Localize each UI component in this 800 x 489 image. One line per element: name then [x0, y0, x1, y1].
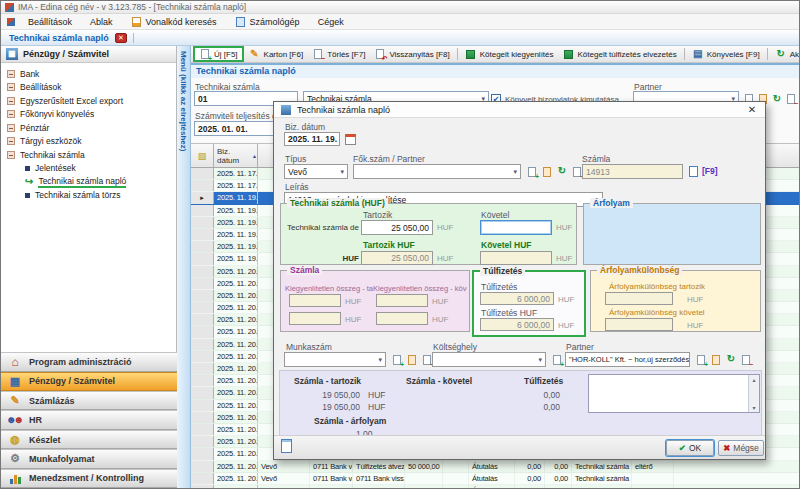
table-row[interactable]: 2025. 11. 20.Vevőeltérőeltérő sz. számla… — [191, 485, 799, 488]
row-selector[interactable] — [191, 302, 214, 313]
biz-datum-calendar-icon[interactable] — [344, 133, 356, 145]
toolbar-button-2[interactable]: −Törlés [F7] — [308, 47, 369, 62]
dialog-partner-select[interactable]: "HOR-KOLL" Kft. ~ hor,új szerződés — [565, 352, 690, 367]
row-selector[interactable] — [191, 387, 214, 398]
row-selector[interactable] — [191, 217, 214, 228]
munkaszam-add-icon[interactable]: + — [391, 354, 403, 366]
ok-button[interactable]: ✔ OK — [666, 440, 714, 456]
partner-delete-icon[interactable]: − — [785, 93, 797, 105]
menu-item-4[interactable]: Cégek — [309, 14, 353, 29]
dialog-partner-refresh-icon[interactable]: ↻ — [725, 353, 737, 365]
row-selector[interactable]: ▸ — [191, 192, 214, 203]
column-customize-icon[interactable]: ▧ — [191, 144, 214, 167]
munkaszam-select[interactable] — [284, 352, 386, 367]
row-selector[interactable] — [191, 168, 214, 179]
module-button-4[interactable]: ◍Készlet — [1, 430, 177, 449]
fokszam-partner-select[interactable] — [353, 164, 521, 179]
menu-item-2[interactable]: Vonalkód keresés — [122, 14, 226, 29]
module-button-1[interactable]: ▦Pénzügy / Számvitel — [1, 372, 177, 391]
menu-item-1[interactable]: Ablak — [81, 14, 122, 29]
cancel-button[interactable]: ✖ Mégse — [718, 440, 764, 456]
module-button-5[interactable]: ⚙Munkafolyamat — [1, 449, 177, 468]
table-row[interactable]: 2025. 11. 20.Vevő0711 Bank vissza te0711… — [191, 473, 799, 485]
row-selector[interactable] — [191, 436, 214, 447]
column-header-biz-datum[interactable]: Biz. dátum ▲ — [214, 144, 258, 167]
tree-item-1[interactable]: Beállítások — [1, 81, 176, 95]
szamla-doc-icon[interactable] — [687, 165, 699, 177]
row-selector[interactable] — [191, 314, 214, 325]
app-menu-icon[interactable] — [7, 18, 15, 26]
tab-technikai-szamla-naplo[interactable]: Technikai számla napló — [9, 33, 109, 43]
koltseghely-add-icon[interactable]: + — [551, 354, 563, 366]
row-selector[interactable] — [191, 241, 214, 252]
dialog-close-icon[interactable]: ✕ — [745, 104, 759, 115]
module-button-2[interactable]: ✎Számlázás — [1, 391, 177, 410]
row-selector[interactable] — [191, 351, 214, 362]
tree-item-4[interactable]: Pénztár — [1, 121, 176, 135]
toolbar-button-4[interactable]: Kötegelt kiegyenlítés — [461, 47, 558, 62]
row-selector[interactable] — [191, 180, 214, 191]
tree-item-3[interactable]: Főkönyvi könyvelés — [1, 108, 176, 122]
tree-item-0[interactable]: Bank — [1, 67, 176, 81]
row-selector[interactable] — [191, 266, 214, 277]
tree-item-2[interactable]: Egyszerűsített Excel export — [1, 94, 176, 108]
partner-refresh-icon[interactable]: ↻ — [771, 93, 783, 105]
menu-collapse-strip[interactable]: Menü (klikk az elrejtéshez) — [177, 46, 191, 488]
dialog-partner-add-icon[interactable]: + — [695, 354, 707, 366]
row-selector[interactable] — [191, 363, 214, 374]
menu-item-3[interactable]: Számológép — [226, 14, 309, 29]
row-selector[interactable] — [191, 278, 214, 289]
tipus-select[interactable]: Vevő — [284, 164, 348, 179]
row-selector[interactable] — [191, 412, 214, 423]
toolbar-button-0[interactable]: +Új [F5] — [193, 46, 244, 62]
toolbar-button-6[interactable]: ▤Könyvelés [F9] — [688, 47, 764, 62]
fokszam-add-icon[interactable]: + — [526, 166, 538, 178]
tree-item-6[interactable]: Technikai számla — [1, 148, 176, 162]
module-button-6[interactable]: Menedzsment / Kontrolling — [1, 469, 177, 488]
fokszam-refresh-icon[interactable]: ↻ — [556, 165, 568, 177]
textarea-scrollbar[interactable]: ▴▾ — [748, 375, 759, 412]
summary-notes-textarea[interactable]: ▴▾ — [588, 374, 760, 413]
tulfizetes-huf-input[interactable]: 6 000,00 — [480, 318, 554, 331]
scroll-up-icon[interactable]: ▴ — [752, 376, 755, 383]
row-selector[interactable] — [191, 448, 214, 459]
tree-child-0[interactable]: Jelentések — [1, 162, 176, 176]
tree-child-2[interactable]: Technikai számla törzs — [1, 189, 176, 203]
toolbar-button-3[interactable]: ↶Visszanyitás [F8] — [370, 47, 453, 62]
module-button-0[interactable]: ⌂Program adminisztráció — [1, 352, 177, 371]
tulfizetes-input[interactable]: 6 000,00 — [480, 292, 554, 305]
kovetel-input[interactable] — [480, 220, 552, 235]
toolbar-button-7[interactable]: ↻Aktualizálás [F2] — [771, 47, 800, 62]
tartozik-input[interactable]: 25 050,00 — [361, 220, 433, 235]
table-row[interactable]: 2025. 11. 20.Vevő0711 Bank vissza teTúlf… — [191, 461, 799, 473]
row-selector[interactable] — [191, 205, 214, 216]
dialog-partner-delete-icon[interactable]: − — [740, 354, 752, 366]
row-selector[interactable] — [191, 253, 214, 264]
tree-child-1[interactable]: ↪Technikai számla napló — [1, 175, 176, 189]
dialog-title-bar[interactable]: Technikai számla napló ✕ — [274, 102, 765, 118]
row-selector[interactable] — [191, 326, 214, 337]
munkaszam-edit-icon[interactable] — [406, 354, 418, 366]
row-selector[interactable] — [191, 424, 214, 435]
szamla-input[interactable]: 14913 — [582, 164, 683, 179]
row-selector[interactable] — [191, 290, 214, 301]
fokszam-edit-icon[interactable] — [541, 166, 553, 178]
dialog-partner-edit-icon[interactable] — [710, 354, 722, 366]
toolbar-button-1[interactable]: ✎Karton [F6] — [245, 47, 308, 62]
row-selector[interactable] — [191, 375, 214, 386]
row-selector[interactable] — [191, 339, 214, 350]
biz-datum-input[interactable]: 2025. 11. 19. — [284, 132, 340, 146]
row-selector[interactable] — [191, 461, 214, 472]
szamviteli-datum-input[interactable]: 2025. 01. 01. — [194, 121, 276, 136]
footer-doc-icon[interactable] — [280, 440, 292, 452]
koltseghely-select[interactable] — [432, 352, 546, 367]
scroll-down-icon[interactable]: ▾ — [752, 404, 755, 411]
tree-item-5[interactable]: Tárgyi eszközök — [1, 135, 176, 149]
row-selector[interactable] — [191, 229, 214, 240]
tab-close-icon[interactable]: ✕ — [115, 33, 127, 43]
menu-item-0[interactable]: Beállítások — [19, 14, 81, 29]
row-selector[interactable] — [191, 473, 214, 484]
row-selector[interactable] — [191, 485, 214, 488]
module-button-3[interactable]: ☻☻HR — [1, 410, 177, 429]
toolbar-button-5[interactable]: Kötegelt túlfizetés elvezetés — [559, 47, 681, 62]
